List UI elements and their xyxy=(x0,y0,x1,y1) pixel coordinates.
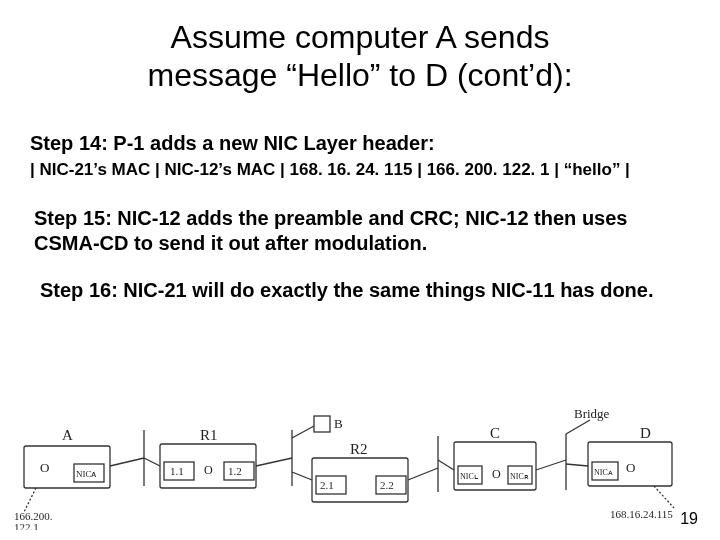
node-A-hub: O xyxy=(40,460,49,475)
svg-line-29 xyxy=(654,486,674,508)
node-R1-left: 1.1 xyxy=(170,465,184,477)
svg-rect-11 xyxy=(314,416,330,432)
node-R2-left: 2.1 xyxy=(320,479,334,491)
title-line-2: message “Hello” to D (cont’d): xyxy=(147,57,572,93)
slide: Assume computer A sends message “Hello” … xyxy=(0,0,720,540)
packet-line: | NIC-21’s MAC | NIC-12’s MAC | 168. 16.… xyxy=(30,160,690,180)
node-D-hub: O xyxy=(626,460,635,475)
step-14: Step 14: P-1 adds a new NIC Layer header… xyxy=(30,131,690,156)
svg-line-8 xyxy=(256,458,292,466)
svg-line-15 xyxy=(292,472,312,480)
svg-line-7 xyxy=(144,458,160,466)
node-C-nicr: NICʀ xyxy=(510,472,529,481)
node-A-label: A xyxy=(62,427,73,443)
svg-line-21 xyxy=(438,460,454,470)
network-diagram: A O NICᴀ R1 1.1 O 1.2 B R2 2.1 2.2 C NIC… xyxy=(14,400,704,530)
node-B-label: B xyxy=(334,416,343,431)
node-C-nicl: NICʟ xyxy=(460,472,478,481)
svg-line-27 xyxy=(566,464,588,466)
node-D-label: D xyxy=(640,425,651,441)
slide-title: Assume computer A sends message “Hello” … xyxy=(0,0,720,95)
node-R1-label: R1 xyxy=(200,427,218,443)
slide-body: Step 14: P-1 adds a new NIC Layer header… xyxy=(0,95,720,303)
step-15: Step 15: NIC-12 adds the preamble and CR… xyxy=(30,206,690,256)
svg-line-2 xyxy=(110,458,144,466)
title-line-1: Assume computer A sends xyxy=(171,19,550,55)
node-C-label: C xyxy=(490,425,500,441)
svg-line-22 xyxy=(536,460,566,470)
node-R1-right: 1.2 xyxy=(228,465,242,477)
node-R2-right: 2.2 xyxy=(380,479,394,491)
bridge-label: Bridge xyxy=(574,406,610,421)
ip-A: 166.200.122.1 xyxy=(14,510,53,530)
node-R1-lefthub: O xyxy=(204,463,213,477)
svg-line-10 xyxy=(292,426,314,438)
ip-D: 168.16.24.115 xyxy=(610,508,673,520)
node-R2-label: R2 xyxy=(350,441,368,457)
svg-line-24 xyxy=(566,420,590,434)
svg-line-16 xyxy=(408,468,438,480)
node-C-hub: O xyxy=(492,467,501,481)
node-A-nic: NICᴀ xyxy=(76,469,97,479)
step-16: Step 16: NIC-21 will do exactly the same… xyxy=(30,278,690,303)
svg-line-28 xyxy=(24,488,36,512)
node-D-nic: NICᴀ xyxy=(594,468,613,477)
slide-number: 19 xyxy=(680,510,698,528)
